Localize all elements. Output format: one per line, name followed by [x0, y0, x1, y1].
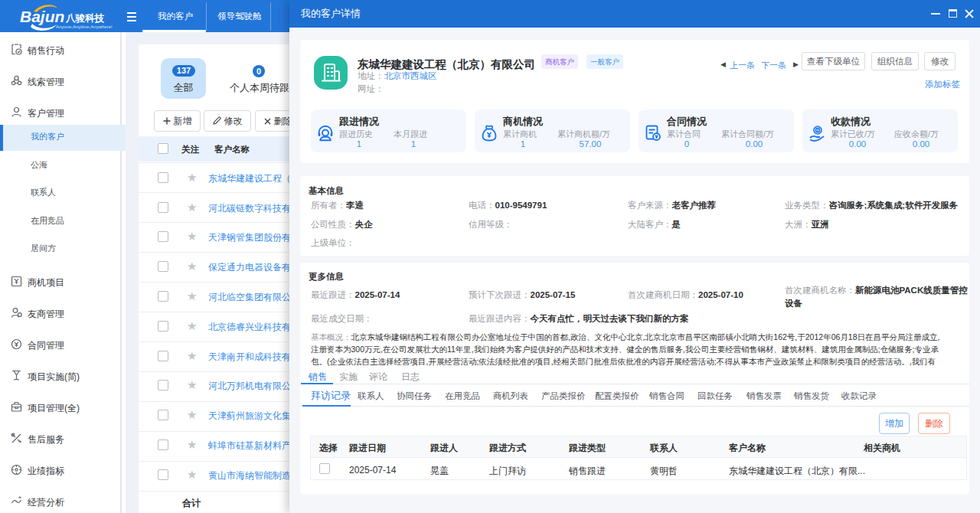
svg-text:Bajun: Bajun	[20, 8, 64, 25]
svg-text:Anyone,Anytime,Anywhere!: Anyone,Anytime,Anywhere!	[56, 25, 113, 29]
svg-text:八骏科技: 八骏科技	[65, 13, 105, 24]
